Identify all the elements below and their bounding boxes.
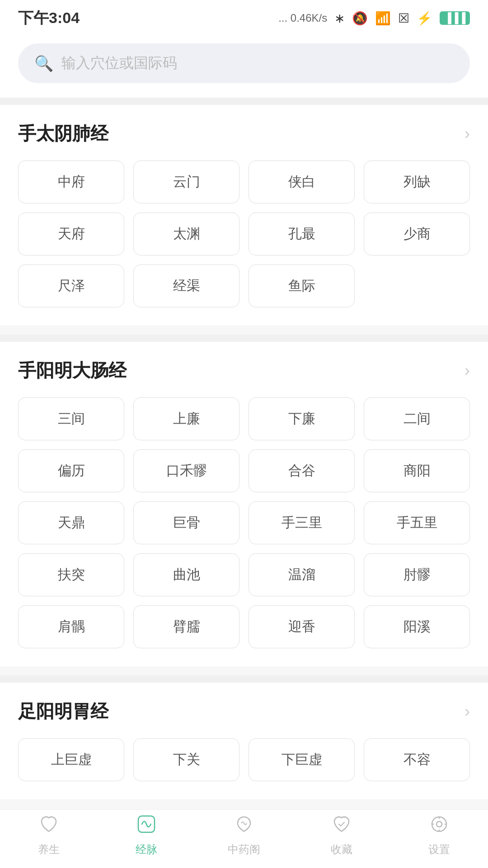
- section-title-st: 足阳明胃经: [18, 699, 108, 724]
- nav-label-jingmai: 经脉: [136, 842, 157, 857]
- bluetooth-icon: ∗: [334, 11, 345, 26]
- mute-icon: 🔕: [352, 11, 368, 26]
- point-erjian[interactable]: 二间: [364, 397, 470, 440]
- point-kouheliao[interactable]: 口禾髎: [133, 449, 239, 492]
- point-yunmen[interactable]: 云门: [133, 160, 239, 203]
- point-yangxi[interactable]: 阳溪: [364, 605, 470, 648]
- bottom-nav: 养生 经脉 中药阁 收藏: [0, 809, 488, 868]
- point-jingqu[interactable]: 经渠: [133, 264, 239, 307]
- point-xiabai[interactable]: 侠白: [249, 160, 355, 203]
- point-xiaguan[interactable]: 下关: [133, 738, 239, 781]
- point-xialian[interactable]: 下廉: [249, 397, 355, 440]
- separator-2: [0, 335, 488, 342]
- point-yingxiang[interactable]: 迎香: [249, 605, 355, 648]
- nav-label-zhongyao: 中药阁: [228, 842, 260, 857]
- section-title-lung: 手太阴肺经: [18, 121, 108, 146]
- point-zhongfu[interactable]: 中府: [18, 160, 124, 203]
- nav-label-yangsheng: 养生: [38, 842, 60, 857]
- chevron-right-icon-li: ›: [465, 361, 470, 380]
- wifi-icon: 📶: [375, 11, 391, 26]
- signal-text: ... 0.46K/s: [278, 12, 327, 24]
- status-time: 下午3:04: [18, 8, 80, 28]
- nav-icon-shoucang: [332, 814, 352, 839]
- st-points-grid: 上巨虚 下关 下巨虚 不容: [18, 738, 470, 781]
- point-wenliu[interactable]: 温溜: [249, 553, 355, 596]
- nav-item-jingmai[interactable]: 经脉: [119, 814, 174, 857]
- point-shousanli[interactable]: 手三里: [249, 501, 355, 544]
- point-jugu[interactable]: 巨骨: [133, 501, 239, 544]
- point-yuji[interactable]: 鱼际: [249, 264, 355, 307]
- section-title-li: 手阳明大肠经: [18, 358, 127, 383]
- point-pianli[interactable]: 偏历: [18, 449, 124, 492]
- point-tianding[interactable]: 天鼎: [18, 501, 124, 544]
- point-zhouliao[interactable]: 肘髎: [364, 553, 470, 596]
- section-lung: 手太阴肺经 › 中府 云门 侠白 列缺 天府 太渊 孔最 少商 尺泽 经渠 鱼际: [0, 105, 488, 326]
- battery-icon: ▐▐▐: [440, 11, 470, 25]
- point-shouwuli[interactable]: 手五里: [364, 501, 470, 544]
- point-sanjian[interactable]: 三间: [18, 397, 124, 440]
- point-binao[interactable]: 臂臑: [133, 605, 239, 648]
- nav-icon-yangsheng: [39, 814, 59, 839]
- nav-label-shezhi: 设置: [428, 842, 450, 857]
- point-shangyang[interactable]: 商阳: [364, 449, 470, 492]
- status-icons: ... 0.46K/s ∗ 🔕 📶 ☒ ⚡ ▐▐▐: [278, 11, 470, 26]
- nav-label-shoucang: 收藏: [331, 842, 352, 857]
- nav-icon-jingmai: [136, 814, 156, 839]
- section-header-st[interactable]: 足阳明胃经 ›: [18, 699, 470, 724]
- charge-icon: ⚡: [417, 11, 432, 26]
- point-chize[interactable]: 尺泽: [18, 264, 124, 307]
- chevron-right-icon-lung: ›: [465, 124, 470, 143]
- sim-icon: ☒: [398, 11, 409, 26]
- nav-item-zhongyao[interactable]: 中药阁: [217, 814, 271, 857]
- nav-item-shoucang[interactable]: 收藏: [314, 814, 369, 857]
- section-header-lung[interactable]: 手太阴肺经 ›: [18, 121, 470, 146]
- point-taiyuan[interactable]: 太渊: [133, 212, 239, 255]
- section-largeintestine: 手阳明大肠经 › 三间 上廉 下廉 二间 偏历 口禾髎 合谷 商阳 天鼎 巨骨 …: [0, 342, 488, 666]
- point-hegu[interactable]: 合谷: [249, 449, 355, 492]
- nav-icon-shezhi: [429, 814, 449, 839]
- svg-point-2: [436, 821, 442, 827]
- search-container: 🔍 输入穴位或国际码: [0, 33, 488, 98]
- nav-item-yangsheng[interactable]: 养生: [22, 814, 76, 857]
- lung-points-grid: 中府 云门 侠白 列缺 天府 太渊 孔最 少商 尺泽 经渠 鱼际: [18, 160, 470, 307]
- search-icon: 🔍: [34, 54, 53, 72]
- point-shaoshang[interactable]: 少商: [364, 212, 470, 255]
- point-tianfu[interactable]: 天府: [18, 212, 124, 255]
- search-placeholder: 输入穴位或国际码: [61, 53, 177, 73]
- section-stomach: 足阳明胃经 › 上巨虚 下关 下巨虚 不容: [0, 683, 488, 799]
- status-bar: 下午3:04 ... 0.46K/s ∗ 🔕 📶 ☒ ⚡ ▐▐▐: [0, 0, 488, 33]
- chevron-right-icon-st: ›: [465, 702, 470, 721]
- main-content: 下午3:04 ... 0.46K/s ∗ 🔕 📶 ☒ ⚡ ▐▐▐ 🔍 输入穴位或…: [0, 0, 488, 868]
- point-shanglian[interactable]: 上廉: [133, 397, 239, 440]
- point-kongzui[interactable]: 孔最: [249, 212, 355, 255]
- point-burong[interactable]: 不容: [364, 738, 470, 781]
- section-header-li[interactable]: 手阳明大肠经 ›: [18, 358, 470, 383]
- nav-icon-zhongyao: [234, 814, 254, 839]
- separator-3: [0, 675, 488, 683]
- svg-point-1: [432, 817, 446, 831]
- point-jianyu[interactable]: 肩髃: [18, 605, 124, 648]
- li-points-grid: 三间 上廉 下廉 二间 偏历 口禾髎 合谷 商阳 天鼎 巨骨 手三里 手五里 扶…: [18, 397, 470, 648]
- point-shangjuxu[interactable]: 上巨虚: [18, 738, 124, 781]
- point-xiajuxu[interactable]: 下巨虚: [249, 738, 355, 781]
- separator-1: [0, 98, 488, 105]
- point-quchi[interactable]: 曲池: [133, 553, 239, 596]
- point-futu[interactable]: 扶突: [18, 553, 124, 596]
- point-lieque[interactable]: 列缺: [364, 160, 470, 203]
- nav-item-shezhi[interactable]: 设置: [412, 814, 466, 857]
- search-bar[interactable]: 🔍 输入穴位或国际码: [18, 43, 470, 83]
